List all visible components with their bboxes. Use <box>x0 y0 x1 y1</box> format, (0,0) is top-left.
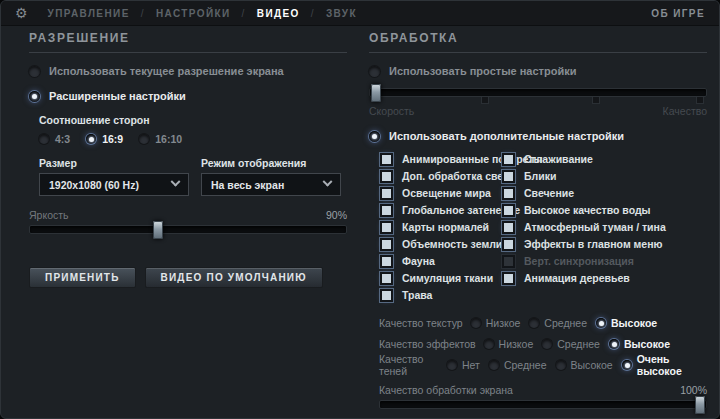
effects-quality-medium[interactable]: Среднее <box>542 338 600 350</box>
option-label: Свечение <box>524 187 574 199</box>
aspect-16-10[interactable]: 16:10 <box>139 133 182 145</box>
checkbox-icon[interactable] <box>504 155 513 164</box>
option-atmospheric-fog[interactable]: Атмосферный туман / тина <box>501 219 707 235</box>
checkbox-icon[interactable] <box>382 155 391 164</box>
screen-quality-slider[interactable] <box>379 400 707 409</box>
radio-icon[interactable] <box>29 66 40 77</box>
option-label: Трава <box>402 289 432 301</box>
simple-quality-slider-handle[interactable] <box>371 84 381 102</box>
option-glow[interactable]: Свечение <box>501 185 707 201</box>
radio-icon[interactable] <box>542 339 552 349</box>
radio-icon[interactable] <box>484 339 494 349</box>
brightness-label: Яркость <box>29 209 69 221</box>
effects-quality-low[interactable]: Низкое <box>484 338 534 350</box>
option-label: Высокое <box>624 338 670 350</box>
shadow-quality-ultra[interactable]: Очень высокое <box>622 353 698 377</box>
checkbox-icon[interactable] <box>504 189 513 198</box>
checkbox-icon[interactable] <box>382 223 391 232</box>
checkbox-icon[interactable] <box>382 291 391 300</box>
texture-quality-high[interactable]: Высокое <box>596 317 657 329</box>
radio-icon[interactable] <box>609 339 619 349</box>
texture-quality-medium[interactable]: Среднее <box>529 317 587 329</box>
nav-tab-controls[interactable]: УПРАВЛЕНИЕ <box>48 8 130 19</box>
simple-settings-option[interactable]: Использовать простые настройки <box>369 65 707 77</box>
nav-about-game[interactable]: ОБ ИГРЕ <box>651 8 705 19</box>
nav-tab-sound[interactable]: ЗВУК <box>326 8 357 19</box>
checkbox-icon[interactable] <box>382 206 391 215</box>
option-extra-light-processing[interactable]: Доп. обработка света <box>379 168 501 184</box>
radio-icon[interactable] <box>369 66 380 77</box>
aspect-16-9[interactable]: 16:9 <box>86 133 123 145</box>
shadow-quality-high[interactable]: Высокое <box>556 359 613 371</box>
option-label: Высокое качество воды <box>524 204 651 216</box>
option-normal-maps[interactable]: Карты нормалей <box>379 219 501 235</box>
radio-icon[interactable] <box>39 134 49 144</box>
checkbox-icon[interactable] <box>382 172 391 181</box>
display-mode-label: Режим отображения <box>201 157 341 169</box>
quality-settings: Качество текстур Низкое Среднее Высокое … <box>369 316 707 371</box>
option-ambient-occlusion[interactable]: Глобальное затенение <box>379 202 501 218</box>
option-label: Низкое <box>486 317 521 329</box>
top-nav-bar: ⚙ УПРАВЛЕНИЕ / НАСТРОЙКИ / ВИДЕО / ЗВУК … <box>1 1 719 26</box>
radio-icon[interactable] <box>139 134 149 144</box>
option-antialiasing[interactable]: Сглаживание <box>501 151 707 167</box>
resolution-title: РАЗРЕШЕНИЕ <box>29 31 347 53</box>
checkbox-icon[interactable] <box>382 257 391 266</box>
option-cloth-simulation[interactable]: Симуляция ткани <box>379 270 501 286</box>
nav-tab-video[interactable]: ВИДЕО <box>257 8 300 19</box>
checkbox-icon[interactable] <box>504 240 513 249</box>
display-mode-dropdown[interactable]: На весь экран <box>201 173 341 196</box>
option-fauna[interactable]: Фауна <box>379 253 501 269</box>
checkbox-icon[interactable] <box>504 274 513 283</box>
option-label: Доп. обработка света <box>402 170 514 182</box>
advanced-processing-option[interactable]: Использовать дополнительные настройки <box>369 130 707 142</box>
checkbox-icon[interactable] <box>382 274 391 283</box>
advanced-settings-option[interactable]: Расширенные настройки <box>29 90 347 102</box>
effects-quality-high[interactable]: Высокое <box>609 338 670 350</box>
radio-icon[interactable] <box>447 360 457 370</box>
brightness-slider[interactable] <box>29 225 347 234</box>
option-high-water-quality[interactable]: Высокое качество воды <box>501 202 707 218</box>
radio-icon[interactable] <box>556 360 566 370</box>
advanced-processing-label: Использовать дополнительные настройки <box>389 130 624 142</box>
checkbox-icon[interactable] <box>504 206 513 215</box>
option-animated-portraits[interactable]: Анимированные портреты <box>379 151 501 167</box>
option-main-menu-effects[interactable]: Эффекты в главном меню <box>501 236 707 252</box>
nav-tab-options[interactable]: НАСТРОЙКИ <box>156 8 231 19</box>
simple-quality-slider[interactable] <box>369 88 707 97</box>
checkbox-icon[interactable] <box>504 223 513 232</box>
radio-icon[interactable] <box>489 360 499 370</box>
shadow-quality-none[interactable]: Нет <box>447 359 480 371</box>
video-defaults-button[interactable]: ВИДЕО ПО УМОЛЧАНИЮ <box>145 267 323 288</box>
option-ground-parallax[interactable]: Объемность земли <box>379 236 501 252</box>
screen-quality-slider-handle[interactable] <box>695 396 705 414</box>
checkbox-icon[interactable] <box>382 189 391 198</box>
apply-button[interactable]: ПРИМЕНИТЬ <box>29 267 136 288</box>
radio-icon[interactable] <box>29 91 40 102</box>
radio-icon[interactable] <box>529 318 539 328</box>
radio-icon[interactable] <box>622 360 632 370</box>
option-world-lighting[interactable]: Освещение мира <box>379 185 501 201</box>
use-current-resolution-option[interactable]: Использовать текущее разрешение экрана <box>29 65 347 77</box>
radio-icon[interactable] <box>596 318 606 328</box>
option-label: Сглаживание <box>524 153 593 165</box>
option-specular[interactable]: Блики <box>501 168 707 184</box>
shadow-quality-label: Качество теней <box>379 353 439 377</box>
shadow-quality-medium[interactable]: Среднее <box>489 359 547 371</box>
settings-nav: УПРАВЛЕНИЕ / НАСТРОЙКИ / ВИДЕО / ЗВУК <box>48 8 357 19</box>
radio-icon[interactable] <box>86 134 96 144</box>
size-dropdown[interactable]: 1920x1080 (60 Hz) <box>39 173 189 196</box>
checkbox-icon[interactable] <box>504 172 513 181</box>
settings-gear-icon[interactable]: ⚙ <box>15 6 28 20</box>
option-grass[interactable]: Трава <box>379 287 501 303</box>
radio-icon[interactable] <box>369 131 380 142</box>
checkbox-icon[interactable] <box>382 240 391 249</box>
texture-quality-low[interactable]: Низкое <box>471 317 521 329</box>
radio-icon[interactable] <box>471 318 481 328</box>
option-tree-animation[interactable]: Анимация деревьев <box>501 270 707 286</box>
aspect-4-3[interactable]: 4:3 <box>39 133 70 145</box>
size-value: 1920x1080 (60 Hz) <box>49 179 139 191</box>
option-label: Нет <box>462 359 480 371</box>
brightness-slider-handle[interactable] <box>153 221 163 239</box>
chevron-down-icon <box>323 177 333 187</box>
